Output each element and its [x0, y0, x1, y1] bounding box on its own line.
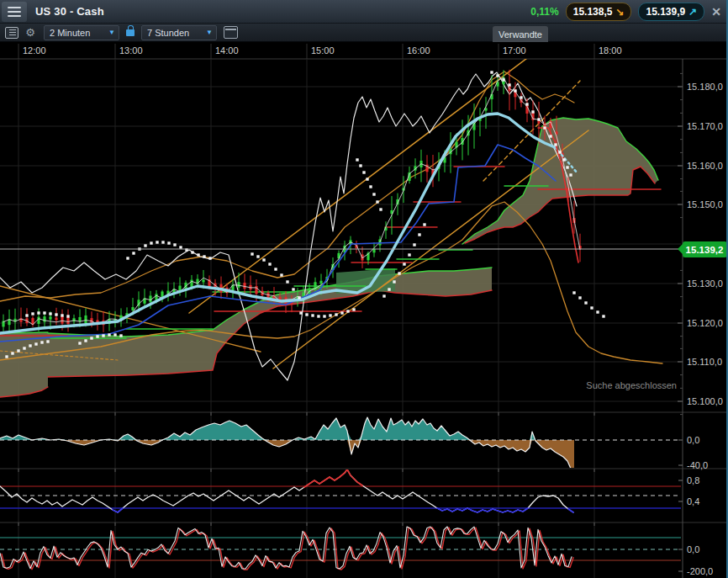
svg-text:15.139,2: 15.139,2 — [686, 245, 724, 255]
tab-verwandte[interactable]: Verwandte — [493, 26, 548, 42]
calendar-icon[interactable] — [224, 26, 238, 39]
watchlist-icon[interactable] — [5, 27, 18, 39]
svg-text:15.180,0: 15.180,0 — [687, 82, 723, 92]
svg-text:0,0: 0,0 — [687, 435, 699, 445]
change-percent: 0,11% — [530, 6, 558, 18]
range-value: 7 Stunden — [147, 28, 189, 38]
svg-text:0,0: 0,0 — [687, 544, 699, 554]
sell-quote-button[interactable]: 15.138,5 ↘ — [566, 3, 632, 21]
chart-toolbar: ⚙ 2 Minuten ▼ 7 Stunden ▼ — [0, 24, 728, 42]
svg-text:16:00: 16:00 — [407, 45, 430, 56]
menu-icon[interactable] — [2, 2, 27, 22]
ask-price: 15.139,9 — [646, 6, 685, 18]
gear-icon[interactable]: ⚙ — [24, 27, 37, 39]
svg-text:Suche abgeschlossen: Suche abgeschlossen — [586, 380, 677, 390]
close-icon[interactable]: ✕ — [711, 5, 721, 19]
bid-price: 15.138,5 — [573, 6, 613, 18]
svg-text:15.110,0: 15.110,0 — [687, 357, 722, 367]
svg-text:15.130,0: 15.130,0 — [687, 278, 723, 289]
instrument-title: US 30 - Cash — [35, 5, 104, 18]
svg-text:-40,0: -40,0 — [687, 460, 708, 470]
range-dropdown[interactable]: 7 Stunden ▼ — [141, 25, 217, 40]
arrow-up-icon: ↗ — [688, 6, 697, 18]
svg-text:15.160,0: 15.160,0 — [687, 161, 723, 171]
interval-value: 2 Minuten — [50, 28, 90, 38]
title-bar: US 30 - Cash 0,11% 15.138,5 ↘ 15.139,9 ↗… — [0, 0, 728, 24]
arrow-down-icon: ↘ — [615, 6, 624, 18]
lock-icon[interactable] — [126, 29, 135, 36]
svg-text:0,8: 0,8 — [687, 475, 699, 485]
buy-quote-button[interactable]: 15.139,9 ↗ — [638, 3, 704, 21]
svg-text:14:00: 14:00 — [215, 45, 239, 56]
chevron-down-icon: ▼ — [206, 29, 213, 36]
svg-text:15:00: 15:00 — [311, 45, 335, 56]
svg-text:-200,0: -200,0 — [687, 566, 713, 576]
svg-text:15.170,0: 15.170,0 — [687, 121, 723, 131]
svg-text:15.150,0: 15.150,0 — [687, 199, 723, 209]
svg-text:15.100,0: 15.100,0 — [687, 396, 723, 406]
current-price-badge: 15.139,2 — [678, 241, 727, 257]
status-message: Suche abgeschlossen — [586, 380, 677, 390]
svg-text:18:00: 18:00 — [599, 45, 622, 56]
svg-text:12:00: 12:00 — [23, 45, 46, 56]
svg-text:13:00: 13:00 — [119, 45, 143, 56]
svg-text:17:00: 17:00 — [503, 45, 526, 56]
svg-text:0,4: 0,4 — [687, 496, 699, 506]
trading-app-window: { "header": { "title": "US 30 - Cash", "… — [0, 0, 728, 578]
chart-canvas[interactable]: 12:0013:0014:0015:0016:0017:0018:00Suche… — [0, 42, 728, 578]
interval-dropdown[interactable]: 2 Minuten ▼ — [44, 25, 119, 40]
chevron-down-icon: ▼ — [108, 29, 115, 36]
svg-text:15.120,0: 15.120,0 — [687, 318, 723, 328]
